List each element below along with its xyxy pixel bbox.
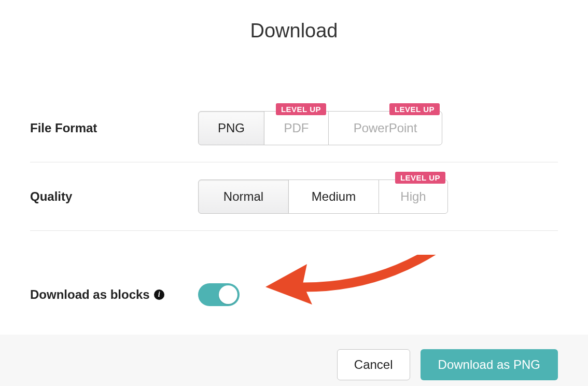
download-modal: Download File Format PNG LEVEL UP PDF LE… bbox=[0, 0, 588, 386]
modal-footer: Cancel Download as PNG bbox=[0, 335, 588, 386]
annotation-arrow bbox=[250, 255, 468, 335]
cancel-button[interactable]: Cancel bbox=[337, 349, 410, 380]
file-format-row: File Format PNG LEVEL UP PDF LEVEL UP Po… bbox=[30, 94, 558, 162]
level-up-badge: LEVEL UP bbox=[395, 172, 445, 184]
download-as-blocks-toggle[interactable] bbox=[198, 283, 240, 306]
quality-option-normal[interactable]: Normal bbox=[198, 180, 289, 214]
quality-options: Normal Medium LEVEL UP High bbox=[198, 180, 448, 214]
info-icon[interactable]: i bbox=[154, 290, 164, 300]
quality-option-normal-label: Normal bbox=[223, 189, 263, 204]
quality-row: Quality Normal Medium LEVEL UP High bbox=[30, 162, 558, 231]
format-option-png[interactable]: PNG bbox=[198, 111, 264, 145]
level-up-badge: LEVEL UP bbox=[389, 103, 440, 115]
download-as-blocks-row: Download as blocks i bbox=[30, 231, 558, 335]
modal-title: Download bbox=[0, 20, 588, 42]
quality-option-high[interactable]: LEVEL UP High bbox=[379, 180, 448, 214]
toggle-knob bbox=[219, 285, 237, 304]
modal-content: File Format PNG LEVEL UP PDF LEVEL UP Po… bbox=[0, 94, 588, 335]
file-format-label: File Format bbox=[30, 121, 198, 135]
format-option-pdf[interactable]: LEVEL UP PDF bbox=[264, 111, 329, 145]
quality-option-medium-label: Medium bbox=[312, 189, 356, 204]
format-option-powerpoint[interactable]: LEVEL UP PowerPoint bbox=[328, 111, 442, 145]
arrow-icon bbox=[250, 255, 468, 333]
file-format-options: PNG LEVEL UP PDF LEVEL UP PowerPoint bbox=[198, 111, 442, 145]
download-button[interactable]: Download as PNG bbox=[421, 349, 558, 380]
format-option-powerpoint-label: PowerPoint bbox=[354, 121, 417, 135]
download-as-blocks-text: Download as blocks bbox=[30, 287, 150, 302]
quality-option-high-label: High bbox=[400, 189, 426, 204]
download-as-blocks-label: Download as blocks i bbox=[30, 287, 198, 302]
level-up-badge: LEVEL UP bbox=[276, 103, 326, 115]
format-option-png-label: PNG bbox=[218, 121, 245, 135]
format-option-pdf-label: PDF bbox=[284, 121, 309, 135]
quality-option-medium[interactable]: Medium bbox=[288, 180, 379, 214]
quality-label: Quality bbox=[30, 189, 198, 204]
